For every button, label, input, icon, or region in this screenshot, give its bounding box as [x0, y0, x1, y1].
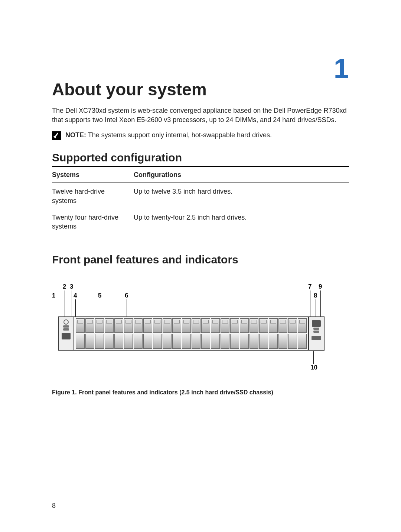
callout-2: 2 — [63, 283, 66, 290]
drive-bay — [278, 334, 287, 349]
drive-bay — [230, 318, 239, 333]
drive-bay — [114, 334, 123, 349]
drive-bay — [114, 318, 123, 333]
front-panel-figure: 1 2 3 4 5 6 7 8 9 10 — [52, 279, 327, 380]
drive-bay — [278, 318, 287, 333]
intro-paragraph: The Dell XC730xd system is web-scale con… — [52, 106, 349, 125]
callout-9: 9 — [319, 283, 322, 290]
section-heading-supported: Supported configuration — [52, 151, 349, 164]
usb-ports-icon — [62, 333, 71, 339]
drive-bay — [76, 318, 85, 333]
drive-bay — [240, 318, 249, 333]
callout-5: 5 — [98, 292, 101, 299]
table-header-systems: Systems — [52, 167, 134, 183]
led-indicator — [313, 331, 319, 333]
callout-4: 4 — [74, 292, 77, 299]
leader-line — [320, 290, 321, 317]
leader-line — [54, 299, 54, 317]
table-header-configs: Configurations — [134, 167, 349, 183]
left-ear-panel — [59, 317, 74, 350]
chapter-number: 1 — [334, 55, 349, 82]
drive-bay — [211, 318, 220, 333]
bay-row — [76, 318, 307, 333]
document-page: 1 About your system The Dell XC730xd sys… — [0, 0, 401, 532]
callout-1: 1 — [52, 292, 55, 299]
drive-bay — [230, 334, 239, 349]
drive-bay — [250, 334, 258, 349]
callout-7: 7 — [308, 283, 312, 290]
table-row: Twelve hard-drive systems Up to twelve 3… — [52, 183, 349, 209]
drive-bay — [201, 334, 210, 349]
figure-caption: Figure 1. Front panel features and indic… — [52, 389, 349, 396]
leader-line — [100, 299, 100, 317]
drive-bay — [192, 318, 200, 333]
drive-bay — [105, 334, 114, 349]
drive-bay — [259, 334, 268, 349]
leader-line — [313, 351, 314, 364]
leader-line — [65, 290, 65, 317]
callout-6: 6 — [125, 292, 128, 299]
table-row: Twenty four hard-drive systems Up to twe… — [52, 209, 349, 234]
callout-8: 8 — [314, 292, 317, 299]
drive-bay — [85, 334, 94, 349]
drive-bay — [288, 318, 297, 333]
leader-line — [72, 290, 72, 317]
leader-line — [127, 299, 127, 317]
drive-bay — [250, 318, 258, 333]
note-body: The systems support only internal, hot-s… — [88, 131, 272, 139]
leader-line — [316, 299, 316, 317]
usb-ports-icon — [312, 320, 321, 327]
section-heading-front: Front panel features and indicators — [52, 253, 349, 266]
drive-bay — [269, 334, 278, 349]
drive-bay — [105, 318, 114, 333]
drive-bay — [298, 334, 307, 349]
drive-bay — [76, 334, 85, 349]
config-table: Systems Configurations Twelve hard-drive… — [52, 166, 349, 234]
right-ear-panel — [308, 317, 324, 350]
note-text: NOTE: The systems support only internal,… — [65, 131, 272, 140]
callout-10: 10 — [310, 364, 317, 371]
drive-bay — [134, 334, 143, 349]
leader-line — [310, 290, 310, 317]
table-header-row: Systems Configurations — [52, 167, 349, 183]
power-button-icon — [63, 319, 69, 325]
led-indicator — [63, 325, 69, 328]
page-title: About your system — [52, 79, 349, 99]
drive-bay — [221, 334, 229, 349]
table-cell-config: Up to twenty-four 2.5 inch hard drives. — [134, 209, 349, 234]
callout-3: 3 — [70, 283, 73, 290]
drive-bay — [288, 334, 297, 349]
drive-bay — [172, 318, 181, 333]
drive-bay — [259, 318, 268, 333]
drive-bay — [153, 318, 162, 333]
drive-bay — [95, 334, 104, 349]
drive-bay — [143, 334, 152, 349]
drive-bay — [221, 318, 229, 333]
drive-bay — [269, 318, 278, 333]
table-cell-system: Twelve hard-drive systems — [52, 183, 134, 209]
server-chassis — [58, 316, 325, 351]
note-icon — [52, 131, 61, 140]
drive-bay — [85, 318, 94, 333]
drive-bay — [298, 318, 307, 333]
drive-bay — [124, 318, 133, 333]
drive-bay — [143, 318, 152, 333]
drive-bay — [172, 334, 181, 349]
table-cell-system: Twenty four hard-drive systems — [52, 209, 134, 234]
drive-bay — [211, 334, 220, 349]
drive-bay — [182, 334, 191, 349]
drive-bay — [95, 318, 104, 333]
drive-bay — [134, 318, 143, 333]
page-number: 8 — [52, 502, 56, 510]
led-indicator — [63, 328, 69, 331]
figure-wrap: 1 2 3 4 5 6 7 8 9 10 — [52, 279, 349, 396]
vga-port-icon — [312, 336, 321, 340]
drive-bay — [163, 334, 172, 349]
led-indicator — [313, 328, 319, 330]
drive-bay — [182, 318, 191, 333]
bay-row-lower — [76, 334, 307, 349]
drive-bay — [124, 334, 133, 349]
drive-bay — [163, 318, 172, 333]
leader-line — [75, 299, 76, 317]
note-block: NOTE: The systems support only internal,… — [52, 131, 349, 140]
